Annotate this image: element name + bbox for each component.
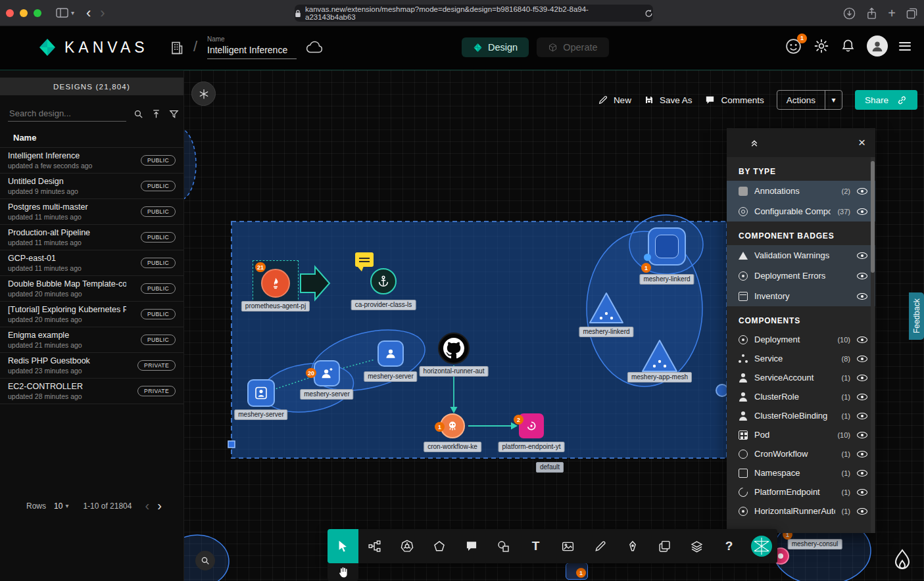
design-name-input[interactable] <box>207 43 297 59</box>
badge-row-inventory[interactable]: Inventory <box>727 286 875 306</box>
window-zoom-button[interactable] <box>34 9 41 17</box>
notes-tool-button[interactable] <box>648 529 681 563</box>
design-list-item[interactable]: Production-alt Pipelineupdated 11 minute… <box>0 225 183 250</box>
share-icon[interactable] <box>866 7 877 20</box>
node-meshery-server-2[interactable] <box>314 360 340 386</box>
visibility-eye-icon[interactable] <box>857 508 867 515</box>
sidebar-toggle-icon[interactable] <box>56 8 68 18</box>
component-row-clusterrole[interactable]: ClusterRole (1) <box>727 387 875 406</box>
design-list-item[interactable]: GCP-east-01updated 11 minutes ago PUBLIC <box>0 250 183 276</box>
node-github-runner[interactable] <box>438 333 470 364</box>
feedback-tab[interactable]: Feedback <box>909 292 924 340</box>
window-minimize-button[interactable] <box>20 9 28 17</box>
share-button[interactable]: Share <box>855 90 917 110</box>
user-avatar[interactable] <box>867 35 888 57</box>
visibility-eye-icon[interactable] <box>857 208 867 215</box>
design-list-item[interactable]: Redis PHP Guestbookupdated 23 minutes ag… <box>0 353 183 379</box>
node-meshery-server-3[interactable] <box>247 379 275 407</box>
selection-handle[interactable] <box>228 441 235 448</box>
import-sort-icon[interactable] <box>151 108 162 120</box>
previous-page-button[interactable]: ‹ <box>145 498 149 513</box>
pen-tool-button[interactable] <box>616 529 648 563</box>
kanvas-logo[interactable]: KANVAS <box>37 37 149 57</box>
sidebar-caret-icon[interactable]: ▾ <box>71 9 74 16</box>
layer-row-configurable[interactable]: Configurable Compon (37) <box>727 201 875 221</box>
component-row-pod[interactable]: Pod (10) <box>727 425 875 444</box>
window-close-button[interactable] <box>6 9 14 17</box>
comments-button[interactable]: Comments <box>704 95 764 105</box>
comment-tool-button[interactable] <box>455 529 487 563</box>
visibility-eye-icon[interactable] <box>857 432 867 438</box>
design-list-item[interactable]: [Tutorial] Exploring Kubernetes Podupdat… <box>0 302 183 327</box>
text-tool-button[interactable]: T <box>520 529 552 563</box>
visibility-eye-icon[interactable] <box>857 394 867 400</box>
visibility-eye-icon[interactable] <box>857 337 867 343</box>
badge-row-validation-warnings[interactable]: Validation Warnings <box>727 245 875 266</box>
comment-note-icon[interactable] <box>355 252 374 267</box>
layer-row-annotations[interactable]: Annotations (2) <box>727 181 875 201</box>
design-list-item[interactable]: Enigma exampleupdated 21 minutes ago PUB… <box>0 327 183 353</box>
notifications-bell-icon[interactable] <box>840 38 856 54</box>
save-as-button[interactable]: Save As <box>644 95 693 105</box>
visibility-eye-icon[interactable] <box>857 188 867 195</box>
layers-tool-button[interactable] <box>681 529 713 563</box>
assistant-smiley-icon[interactable]: 1 <box>785 37 802 55</box>
forward-button[interactable]: › <box>100 6 105 20</box>
search-icon[interactable] <box>133 108 144 120</box>
filter-icon[interactable] <box>168 108 180 120</box>
address-bar[interactable]: kanvas.new/extension/meshmap?mode=design… <box>295 5 653 22</box>
freeze-layout-button[interactable] <box>191 81 216 106</box>
component-row-serviceaccount[interactable]: ServiceAccount (1) <box>727 368 875 387</box>
component-row-cronworkflow[interactable]: CronWorkflow (1) <box>727 444 875 463</box>
media-tool-button[interactable] <box>552 529 584 563</box>
visibility-eye-icon[interactable] <box>857 470 867 476</box>
component-row-service[interactable]: Service (8) <box>727 349 875 368</box>
node-ca-provider[interactable] <box>370 268 397 294</box>
group-shapes-tool-button[interactable] <box>487 529 520 563</box>
visibility-eye-icon[interactable] <box>857 356 867 362</box>
visibility-eye-icon[interactable] <box>857 413 867 419</box>
tabs-icon[interactable] <box>906 8 917 19</box>
settings-gear-icon[interactable] <box>814 38 829 54</box>
visibility-eye-icon[interactable] <box>857 451 867 457</box>
component-row-namespace[interactable]: Namespace (1) <box>727 463 875 482</box>
component-row-platformendpoint[interactable]: PlatformEndpoint (1) <box>727 482 875 501</box>
reload-icon[interactable] <box>644 9 653 18</box>
design-list-item[interactable]: Untitled Designupdated 9 minutes ago PUB… <box>0 174 183 199</box>
zoom-search-button[interactable] <box>195 551 215 570</box>
badge-row-deployment-errors[interactable]: Deployment Errors <box>727 266 875 286</box>
next-page-button[interactable]: › <box>157 498 162 513</box>
tab-design[interactable]: Design <box>462 37 529 57</box>
pan-tool-indicator[interactable] <box>328 563 358 581</box>
new-button[interactable]: New <box>598 95 631 105</box>
rows-per-page-select[interactable]: 10 ▾ <box>54 501 68 511</box>
visibility-eye-icon[interactable] <box>857 252 867 259</box>
component-row-horizontalrunner[interactable]: HorizontalRunnerAutos (1) <box>727 501 875 521</box>
flame-button[interactable] <box>890 547 914 574</box>
collapse-panel-icon[interactable] <box>748 137 760 149</box>
component-row-clusterrolebinding[interactable]: ClusterRoleBinding (1) <box>727 406 875 425</box>
shapes-tool-button[interactable] <box>423 529 455 563</box>
new-tab-icon[interactable]: + <box>888 6 896 21</box>
relationship-tool-button[interactable] <box>358 529 391 563</box>
pencil-annotate-button[interactable] <box>584 529 616 563</box>
close-panel-icon[interactable]: × <box>858 135 865 150</box>
visibility-eye-icon[interactable] <box>857 375 867 381</box>
meshery-tool-button[interactable] <box>745 529 777 563</box>
downloads-icon[interactable] <box>843 7 856 20</box>
component-row-deployment[interactable]: Deployment (10) <box>727 330 875 349</box>
actions-button[interactable]: Actions <box>777 91 825 109</box>
menu-hamburger-icon[interactable] <box>899 39 911 53</box>
visibility-eye-icon[interactable] <box>857 489 867 496</box>
organization-icon[interactable] <box>169 40 185 56</box>
help-tool-button[interactable]: ? <box>713 529 745 563</box>
node-meshery-server-1[interactable] <box>377 340 404 367</box>
kubernetes-tool-button[interactable] <box>391 529 423 563</box>
visibility-eye-icon[interactable] <box>857 273 867 279</box>
prometheus-icon[interactable] <box>261 269 290 298</box>
column-header-name[interactable]: Name <box>0 124 183 148</box>
design-list-item[interactable]: Double Bubble Map Template-copyupdated 2… <box>0 276 183 302</box>
actions-caret-button[interactable]: ▾ <box>825 91 842 109</box>
design-list-item[interactable]: Postgres multi-masterupdated 11 minutes … <box>0 199 183 225</box>
tab-operate[interactable]: Operate <box>537 37 608 57</box>
